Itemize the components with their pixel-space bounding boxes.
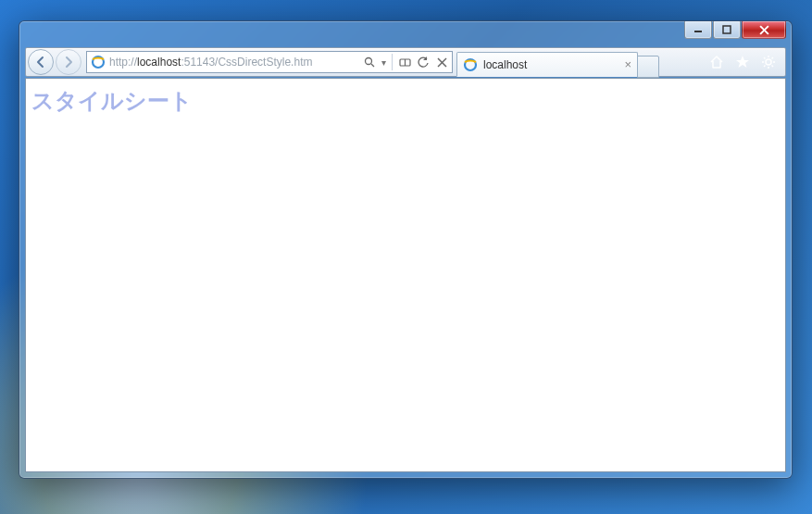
compat-view-icon[interactable] [398,56,411,69]
svg-point-5 [365,57,371,64]
ie-icon [91,55,106,69]
tab-strip: localhost × [456,48,659,76]
tab-localhost[interactable]: localhost × [456,52,638,77]
tab-close-icon[interactable]: × [624,57,631,71]
new-tab-button[interactable] [637,56,659,78]
ie-icon [463,57,478,72]
page-heading: スタイルシート [26,79,785,123]
maximize-button[interactable] [713,21,741,39]
tools-icon[interactable] [761,55,776,69]
svg-line-19 [764,66,766,68]
address-bar[interactable]: http://localhost:51143/CssDirectStyle.ht… [86,51,453,73]
refresh-icon[interactable] [417,56,430,69]
home-icon[interactable] [709,55,724,69]
address-bar-icons: ▾ [363,54,448,70]
window-controls [683,21,786,42]
minimize-button[interactable] [684,21,712,39]
back-button[interactable] [28,49,54,75]
svg-line-18 [772,66,774,68]
svg-point-12 [766,59,771,65]
forward-button[interactable] [56,49,81,75]
favorites-icon[interactable] [735,55,750,69]
search-dropdown-icon[interactable]: ▾ [381,57,386,68]
stop-icon[interactable] [435,56,448,69]
tab-title: localhost [483,58,527,71]
svg-line-20 [772,57,774,59]
toolbar: http://localhost:51143/CssDirectStyle.ht… [25,47,786,77]
search-icon[interactable] [363,56,376,69]
url-text: http://localhost:51143/CssDirectStyle.ht… [109,56,359,69]
svg-line-6 [371,64,374,67]
command-bar [700,55,785,69]
page-content: スタイルシート [25,78,786,472]
svg-rect-1 [723,26,731,33]
browser-window: http://localhost:51143/CssDirectStyle.ht… [19,20,793,479]
close-button[interactable] [742,21,786,39]
svg-line-17 [764,57,766,59]
